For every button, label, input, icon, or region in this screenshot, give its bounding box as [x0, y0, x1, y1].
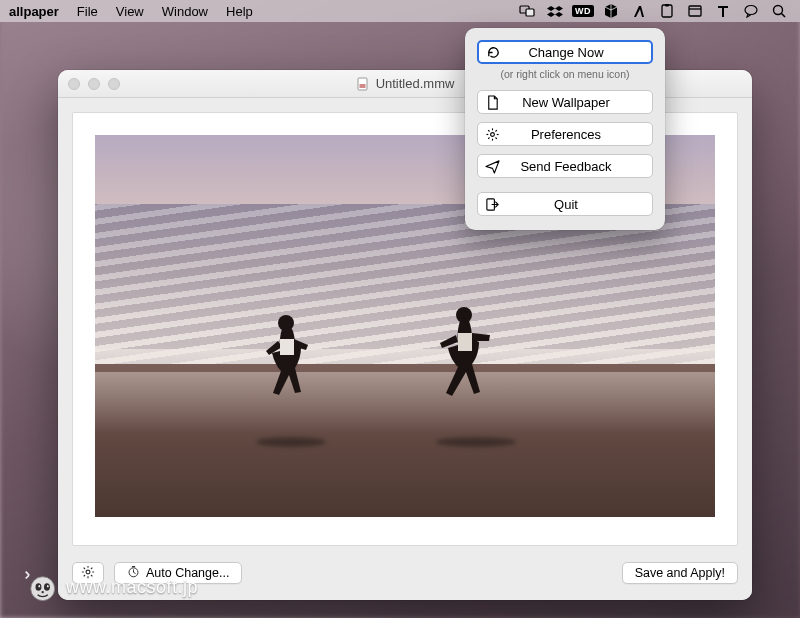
menu-help[interactable]: Help	[217, 0, 262, 22]
svg-line-33	[488, 130, 489, 131]
mascot-icon	[24, 570, 58, 604]
quit-label: Quit	[506, 197, 652, 212]
svg-point-43	[42, 591, 44, 593]
quit-button[interactable]: Quit	[477, 192, 653, 216]
svg-line-8	[782, 14, 786, 18]
display-icon[interactable]	[518, 2, 536, 20]
gear-icon	[478, 127, 506, 142]
chat-icon[interactable]	[742, 2, 760, 20]
cube-icon[interactable]	[602, 2, 620, 20]
send-feedback-button[interactable]: Send Feedback	[477, 154, 653, 178]
wd-icon[interactable]: WD	[574, 2, 592, 20]
svg-line-34	[495, 137, 496, 138]
send-feedback-label: Send Feedback	[506, 159, 652, 174]
popover-hint: (or right click on menu icon)	[477, 68, 653, 80]
save-apply-button[interactable]: Save and Apply!	[622, 562, 738, 584]
menu-file[interactable]: File	[68, 0, 107, 22]
save-apply-label: Save and Apply!	[635, 566, 725, 580]
close-button[interactable]	[68, 78, 80, 90]
lambda-icon[interactable]	[630, 2, 648, 20]
app-menu[interactable]: allpaper	[0, 0, 68, 22]
menu-window[interactable]: Window	[153, 0, 217, 22]
text-icon[interactable]	[714, 2, 732, 20]
new-wallpaper-label: New Wallpaper	[506, 95, 652, 110]
svg-rect-2	[662, 5, 672, 17]
figure-child-right	[430, 303, 500, 423]
paper-plane-icon	[478, 159, 506, 174]
svg-rect-14	[458, 333, 472, 351]
menu-view[interactable]: View	[107, 0, 153, 22]
exit-icon	[478, 197, 506, 212]
system-menubar: allpaper File View Window Help WD	[0, 0, 800, 22]
svg-line-20	[84, 567, 85, 568]
menubar-popover: Change Now (or right click on menu icon)…	[465, 28, 665, 230]
figure-child-left	[256, 311, 316, 421]
svg-point-7	[774, 6, 783, 15]
svg-point-41	[38, 585, 40, 587]
search-icon[interactable]	[770, 2, 788, 20]
zoom-button[interactable]	[108, 78, 120, 90]
svg-line-36	[495, 130, 496, 131]
window-icon[interactable]	[686, 2, 704, 20]
preferences-label: Preferences	[506, 127, 652, 142]
svg-rect-1	[526, 9, 534, 16]
change-now-label: Change Now	[507, 45, 651, 60]
svg-rect-4	[689, 6, 701, 16]
document-icon	[478, 95, 506, 110]
change-now-button[interactable]: Change Now	[477, 40, 653, 64]
svg-point-42	[47, 585, 49, 587]
refresh-icon	[479, 45, 507, 60]
svg-point-39	[35, 583, 41, 591]
watermark: www.macsoft.jp	[24, 570, 198, 604]
svg-point-11	[278, 315, 294, 331]
window-title: Untitled.mmw	[376, 76, 455, 91]
dropbox-icon[interactable]	[546, 2, 564, 20]
svg-rect-10	[359, 84, 365, 88]
clipboard-icon[interactable]	[658, 2, 676, 20]
preferences-button[interactable]: Preferences	[477, 122, 653, 146]
svg-rect-3	[665, 4, 669, 7]
svg-rect-12	[280, 339, 294, 355]
svg-point-13	[456, 307, 472, 323]
watermark-text: www.macsoft.jp	[66, 577, 198, 598]
svg-line-35	[488, 137, 489, 138]
minimize-button[interactable]	[88, 78, 100, 90]
document-icon	[356, 77, 370, 91]
svg-point-40	[44, 583, 50, 591]
new-wallpaper-button[interactable]: New Wallpaper	[477, 90, 653, 114]
svg-point-28	[490, 132, 494, 136]
svg-point-6	[745, 6, 757, 15]
traffic-lights[interactable]	[68, 78, 120, 90]
svg-line-23	[91, 567, 92, 568]
